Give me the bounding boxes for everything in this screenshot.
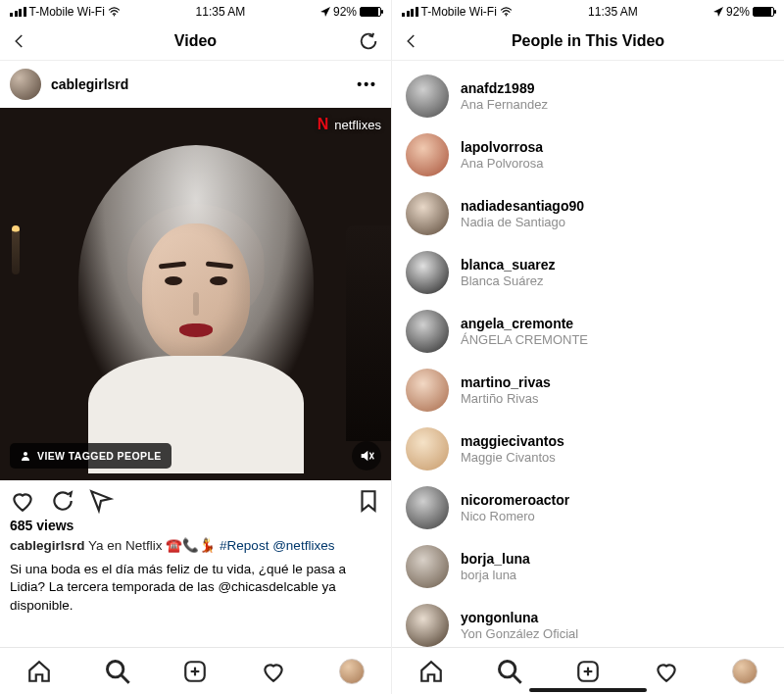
share-button[interactable] <box>88 488 114 514</box>
tab-profile[interactable] <box>731 658 759 685</box>
person-username: lapolvorrosa <box>461 139 544 156</box>
battery-pct: 92% <box>333 5 357 19</box>
person-display-name: Martiño Rivas <box>461 391 551 407</box>
caption-body-mention[interactable]: @chicasdelcable <box>218 579 318 594</box>
page-title: People in This Video <box>512 32 664 50</box>
author-username[interactable]: cablegirlsrd <box>51 76 128 92</box>
tab-create[interactable] <box>181 658 209 685</box>
carrier-label: T-Mobile Wi-Fi <box>421 5 497 19</box>
header-bar: Video <box>0 22 391 61</box>
person-display-name: Maggie Civantos <box>461 450 564 466</box>
clock: 11:35 AM <box>588 5 638 19</box>
phone-right: T-Mobile Wi-Fi 11:35 AM 92% People in Th… <box>392 0 784 694</box>
back-button[interactable] <box>8 29 31 53</box>
tab-search[interactable] <box>496 658 523 685</box>
avatar <box>406 369 449 412</box>
view-tagged-people-button[interactable]: VIEW TAGGED PEOPLE <box>10 443 172 469</box>
battery-pct: 92% <box>726 5 750 19</box>
svg-point-0 <box>114 15 116 17</box>
bottom-tab-bar <box>392 647 784 694</box>
svg-line-6 <box>121 674 128 682</box>
home-icon <box>418 659 444 684</box>
caption-hashtag[interactable]: #Repost <box>220 538 269 553</box>
tab-home[interactable] <box>417 658 445 685</box>
signal-icon <box>402 7 418 17</box>
caption-username[interactable]: cablegirlsrd <box>10 538 85 553</box>
wifi-icon <box>108 7 121 17</box>
location-icon <box>320 7 330 17</box>
location-icon <box>713 7 723 17</box>
tab-create[interactable] <box>574 658 602 685</box>
plus-square-icon <box>575 659 601 684</box>
svg-point-1 <box>24 452 27 456</box>
speaker-muted-icon <box>359 448 374 464</box>
list-item[interactable]: nicoromeroactorNico Romero <box>392 478 784 537</box>
person-display-name: Nadia de Santiago <box>461 215 584 230</box>
back-button[interactable] <box>400 29 423 53</box>
person-display-name: ÁNGELA CREMONTE <box>461 332 588 348</box>
svg-point-11 <box>500 661 515 676</box>
person-username: blanca_suarez <box>461 257 556 273</box>
caption-text: Ya en Netflix ☎️📞💃 <box>88 538 220 553</box>
person-display-name: Yon González Oficial <box>461 626 578 642</box>
person-username: angela_cremonte <box>461 316 588 332</box>
heart-icon <box>261 659 286 684</box>
person-display-name: Blanca Suárez <box>461 273 556 289</box>
page-title: Video <box>174 32 217 50</box>
tagged-people-list: anafdz1989Ana Fernandez lapolvorrosaAna … <box>392 61 784 655</box>
like-button[interactable] <box>10 488 35 514</box>
tab-activity[interactable] <box>260 658 287 685</box>
post-action-row <box>0 480 391 518</box>
video-frame-content <box>69 145 323 459</box>
caption-mention[interactable]: @netflixes <box>272 538 334 553</box>
svg-point-5 <box>107 661 122 676</box>
home-indicator <box>529 688 647 692</box>
person-username: maggiecivantos <box>461 433 564 450</box>
clock: 11:35 AM <box>196 5 246 19</box>
person-display-name: Ana Fernandez <box>461 97 548 113</box>
person-display-name: borja luna <box>461 568 530 583</box>
list-item[interactable]: borja_lunaborja luna <box>392 537 784 596</box>
list-item[interactable]: anafdz1989Ana Fernandez <box>392 67 784 125</box>
list-item[interactable]: nadiadesantiago90Nadia de Santiago <box>392 184 784 243</box>
person-username: borja_luna <box>461 551 530 568</box>
svg-marker-4 <box>91 491 111 511</box>
tab-profile[interactable] <box>338 658 366 685</box>
svg-point-10 <box>506 15 508 17</box>
list-item[interactable]: angela_cremonteÁNGELA CREMONTE <box>392 302 784 361</box>
bottom-tab-bar <box>0 647 391 694</box>
signal-icon <box>10 7 26 17</box>
person-display-name: Ana Polvorosa <box>461 156 544 172</box>
list-item[interactable]: martino_rivasMartiño Rivas <box>392 361 784 420</box>
tab-search[interactable] <box>104 658 131 685</box>
search-icon <box>104 658 131 685</box>
tab-activity[interactable] <box>653 658 680 685</box>
mute-button[interactable] <box>352 441 381 471</box>
list-item[interactable]: maggiecivantosMaggie Civantos <box>392 420 784 478</box>
person-icon <box>20 450 31 462</box>
list-item[interactable]: lapolvorrosaAna Polvorosa <box>392 125 784 184</box>
post-caption: cablegirlsrd Ya en Netflix ☎️📞💃 #Repost … <box>0 537 391 559</box>
list-item[interactable]: blanca_suarezBlanca Suárez <box>392 243 784 302</box>
profile-avatar-icon <box>732 659 758 684</box>
more-options-button[interactable]: ••• <box>357 76 381 92</box>
comment-button[interactable] <box>49 488 74 514</box>
save-button[interactable] <box>356 488 381 514</box>
video-overlay-label: netflixes <box>334 118 381 132</box>
video-overlay-tag[interactable]: N netflixes <box>318 116 381 133</box>
battery-icon <box>753 7 774 17</box>
profile-avatar-icon <box>339 659 365 684</box>
avatar <box>406 251 449 294</box>
list-item[interactable]: yongonlunaYon González Oficial <box>392 596 784 655</box>
post-caption-body: Si una boda es el día más feliz de tu vi… <box>0 559 391 620</box>
post-header: cablegirlsrd ••• <box>0 61 391 108</box>
scene-decoration <box>346 225 391 441</box>
avatar <box>406 74 449 118</box>
video-player[interactable]: N netflixes VIEW TAGGED PEOPLE <box>0 108 391 480</box>
author-avatar[interactable] <box>10 69 41 100</box>
refresh-button[interactable] <box>356 28 381 54</box>
tab-home[interactable] <box>25 658 53 685</box>
tagged-pill-label: VIEW TAGGED PEOPLE <box>37 450 162 462</box>
view-count[interactable]: 685 views <box>0 518 391 537</box>
status-bar: T-Mobile Wi-Fi 11:35 AM 92% <box>0 0 391 22</box>
